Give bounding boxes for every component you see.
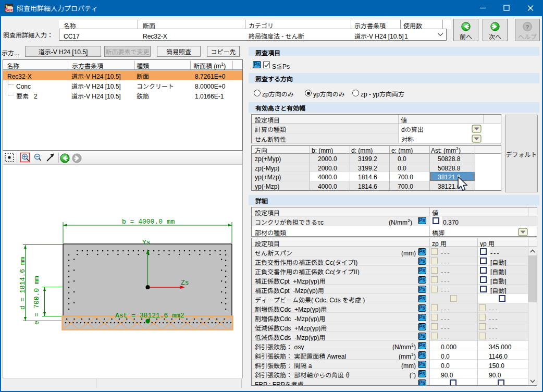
svg-text:Ys: Ys	[142, 237, 151, 247]
svg-text:Zs: Zs	[181, 277, 189, 287]
svg-text:Sec: Sec	[5, 7, 13, 13]
svg-text:?: ?	[525, 24, 529, 30]
svg-text:Ast = 38121.6 mm2: Ast = 38121.6 mm2	[115, 310, 184, 320]
svg-text:d = 1814.6 mm: d = 1814.6 mm	[17, 256, 27, 310]
svg-text:e = 700.0 mm: e = 700.0 mm	[31, 276, 41, 325]
svg-text:b = 4000.0 mm: b = 4000.0 mm	[122, 216, 175, 226]
